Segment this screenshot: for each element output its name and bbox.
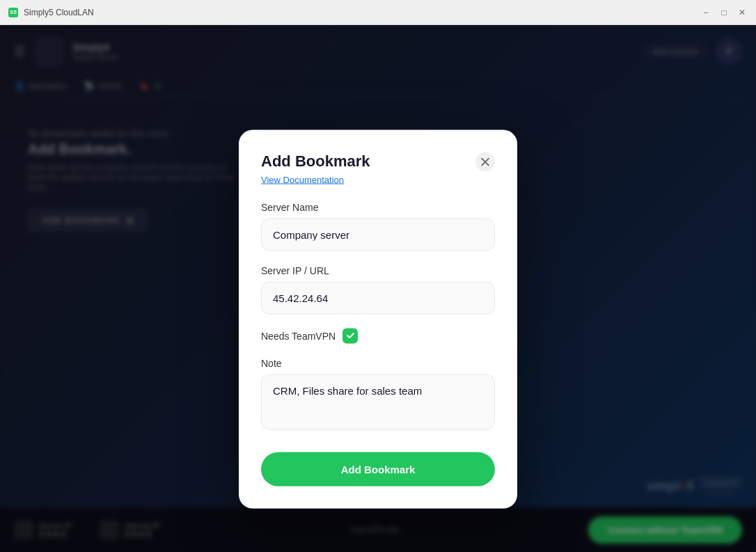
needs-teamvpn-label: Needs TeamVPN (261, 330, 336, 341)
modal-close-button[interactable] (475, 152, 495, 171)
view-documentation-link[interactable]: View Documentation (261, 174, 495, 184)
needs-teamvpn-row: Needs TeamVPN (261, 328, 495, 343)
window-controls: − □ ✕ (700, 7, 748, 18)
add-bookmark-modal: Add Bookmark View Documentation Server N… (239, 129, 517, 508)
note-label: Note (261, 357, 495, 368)
server-ip-group: Server IP / URL (261, 265, 495, 314)
server-name-group: Server Name (261, 201, 495, 251)
modal-header: Add Bookmark (261, 152, 495, 171)
window-title-text: Simply5 CloudLAN (24, 8, 94, 17)
app-icon: S5 (8, 8, 18, 17)
modal-title: Add Bookmark (261, 152, 370, 170)
server-ip-label: Server IP / URL (261, 265, 495, 276)
server-ip-input[interactable] (261, 281, 495, 314)
add-bookmark-submit-button[interactable]: Add Bookmark (261, 452, 495, 486)
server-name-label: Server Name (261, 201, 495, 212)
server-name-input[interactable] (261, 218, 495, 251)
minimize-button[interactable]: − (700, 7, 711, 18)
close-button[interactable]: ✕ (737, 7, 748, 18)
window-titlebar: S5 Simply5 CloudLAN − □ ✕ (0, 0, 756, 25)
note-textarea[interactable] (261, 374, 495, 429)
needs-teamvpn-checkbox[interactable] (342, 328, 358, 343)
maximize-button[interactable]: □ (718, 7, 730, 18)
window-title-area: S5 Simply5 CloudLAN (8, 8, 94, 17)
note-group: Note (261, 357, 495, 432)
